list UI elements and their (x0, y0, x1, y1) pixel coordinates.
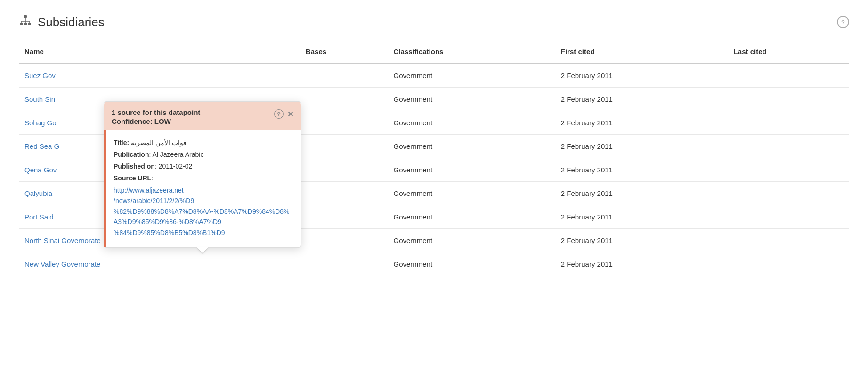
row-name: New Valley Governorate (19, 252, 300, 276)
row-last-cited (728, 64, 849, 88)
row-bases (300, 182, 388, 205)
row-name-link[interactable]: South Sin (24, 95, 55, 103)
row-first-cited: 2 February 2011 (555, 88, 728, 111)
source-popup: 1 source for this datapoint Confidence: … (104, 101, 301, 248)
row-last-cited (728, 135, 849, 158)
row-classifications: Government (388, 88, 555, 111)
row-classifications: Government (388, 252, 555, 276)
row-bases (300, 229, 388, 252)
table-container: 1 source for this datapoint Confidence: … (19, 40, 849, 276)
row-last-cited (728, 252, 849, 276)
svg-rect-1 (20, 23, 23, 25)
row-name: Suez Gov (19, 64, 300, 88)
row-last-cited (728, 229, 849, 252)
row-name-link[interactable]: New Valley Governorate (24, 260, 100, 268)
org-chart-icon (19, 14, 32, 30)
page-container: Subsidiaries ? 1 source for this datapoi… (0, 0, 868, 390)
table-header: Name Bases Classifications First cited L… (19, 40, 849, 64)
row-bases (300, 111, 388, 135)
row-last-cited (728, 205, 849, 229)
row-classifications: Government (388, 158, 555, 182)
col-first-cited: First cited (555, 40, 728, 64)
popup-help-icon[interactable]: ? (274, 109, 284, 119)
col-name: Name (19, 40, 300, 64)
title-area: Subsidiaries (19, 14, 105, 30)
svg-rect-3 (28, 23, 31, 25)
popup-header: 1 source for this datapoint Confidence: … (104, 102, 301, 130)
row-first-cited: 2 February 2011 (555, 135, 728, 158)
row-classifications: Government (388, 64, 555, 88)
popup-published-on-field: Published on: 2011-02-02 (114, 162, 293, 171)
row-name-link[interactable]: North Sinai Governorate (24, 236, 101, 244)
popup-source-count: 1 source for this datapoint (112, 108, 200, 116)
row-last-cited (728, 158, 849, 182)
row-classifications: Government (388, 205, 555, 229)
row-first-cited: 2 February 2011 (555, 229, 728, 252)
row-first-cited: 2 February 2011 (555, 205, 728, 229)
row-name-link[interactable]: Sohag Go (24, 119, 57, 127)
row-last-cited (728, 88, 849, 111)
popup-title-field: Title: قوات الأمن المصرية (114, 138, 293, 148)
row-name-link[interactable]: Qena Gov (24, 166, 57, 174)
col-last-cited: Last cited (728, 40, 849, 64)
row-classifications: Government (388, 111, 555, 135)
row-classifications: Government (388, 135, 555, 158)
svg-rect-0 (24, 15, 27, 18)
row-name-link[interactable]: Suez Gov (24, 72, 56, 80)
popup-body: Title: قوات الأمن المصرية Publication: A… (104, 130, 301, 247)
row-bases (300, 158, 388, 182)
row-bases (300, 135, 388, 158)
page-header: Subsidiaries ? (19, 14, 849, 30)
svg-rect-2 (24, 23, 27, 25)
row-name-link[interactable]: Port Said (24, 213, 54, 221)
col-bases: Bases (300, 40, 388, 64)
popup-source-url-label: Source URL: (114, 173, 293, 183)
page-title: Subsidiaries (38, 15, 105, 30)
popup-publication-field: Publication: Al Jazeera Arabic (114, 150, 293, 160)
help-icon[interactable]: ? (837, 16, 849, 28)
row-first-cited: 2 February 2011 (555, 158, 728, 182)
row-classifications: Government (388, 182, 555, 205)
row-first-cited: 2 February 2011 (555, 64, 728, 88)
row-name-link[interactable]: Qalyubia (24, 189, 52, 197)
table-row: Suez Gov Government 2 February 2011 (19, 64, 849, 88)
row-name-link[interactable]: Red Sea G (24, 142, 59, 150)
row-last-cited (728, 111, 849, 135)
row-last-cited (728, 182, 849, 205)
row-bases (300, 88, 388, 111)
popup-close-button[interactable]: ✕ (287, 110, 293, 119)
row-classifications: Government (388, 229, 555, 252)
row-first-cited: 2 February 2011 (555, 182, 728, 205)
row-first-cited: 2 February 2011 (555, 252, 728, 276)
row-bases (300, 252, 388, 276)
table-row: New Valley Governorate Government 2 Febr… (19, 252, 849, 276)
row-first-cited: 2 February 2011 (555, 111, 728, 135)
popup-source-url-link[interactable]: http://www.aljazeera.net/news/arabic/201… (114, 187, 290, 236)
col-classifications: Classifications (388, 40, 555, 64)
popup-confidence: Confidence: LOW (112, 117, 200, 125)
row-bases (300, 205, 388, 229)
row-bases (300, 64, 388, 88)
